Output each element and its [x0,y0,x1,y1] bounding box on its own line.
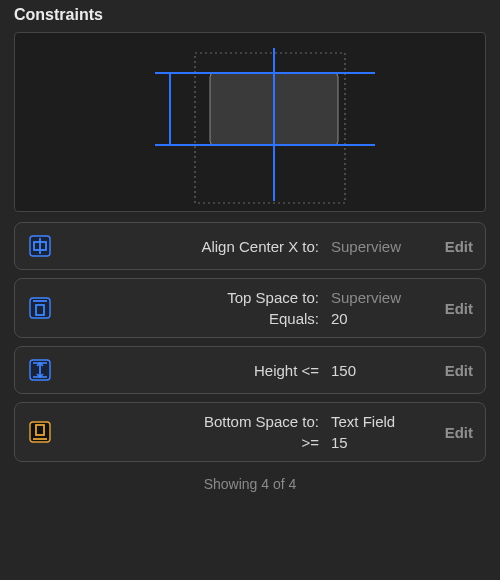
constraint-value[interactable]: Superview [331,238,421,255]
constraints-panel: Constraints Ali [0,0,500,580]
constraint-diagram[interactable] [14,32,486,212]
constraint-row[interactable]: Top Space to:SuperviewEquals:20Edit [14,278,486,338]
footer-status: Showing 4 of 4 [0,470,500,492]
edit-button[interactable]: Edit [429,238,473,255]
panel-title: Constraints [0,0,500,32]
constraint-label: Top Space to: [71,289,319,306]
constraint-value[interactable]: Superview [331,289,421,306]
constraint-value[interactable]: Text Field [331,413,421,430]
edit-button[interactable]: Edit [429,300,473,317]
edit-button[interactable]: Edit [429,424,473,441]
edit-button[interactable]: Edit [429,362,473,379]
constraint-value[interactable]: 20 [331,310,421,327]
constraint-body: Top Space to:SuperviewEquals:20 [71,289,421,327]
constraint-body: Align Center X to:Superview [71,238,421,255]
diagram-svg [15,33,485,211]
constraint-label: Equals: [71,310,319,327]
top-space-icon [27,295,53,321]
constraint-row[interactable]: Align Center X to:SuperviewEdit [14,222,486,270]
align-center-x-icon [27,233,53,259]
constraint-label: Height <= [71,362,319,379]
bottom-space-icon [27,419,53,445]
constraint-value[interactable]: 15 [331,434,421,451]
height-icon [27,357,53,383]
constraint-label: >= [71,434,319,451]
constraint-row[interactable]: Bottom Space to:Text Field>=15Edit [14,402,486,462]
constraint-label: Bottom Space to: [71,413,319,430]
constraint-body: Bottom Space to:Text Field>=15 [71,413,421,451]
constraint-label: Align Center X to: [71,238,319,255]
constraint-body: Height <=150 [71,362,421,379]
constraint-row[interactable]: Height <=150Edit [14,346,486,394]
constraint-value[interactable]: 150 [331,362,421,379]
